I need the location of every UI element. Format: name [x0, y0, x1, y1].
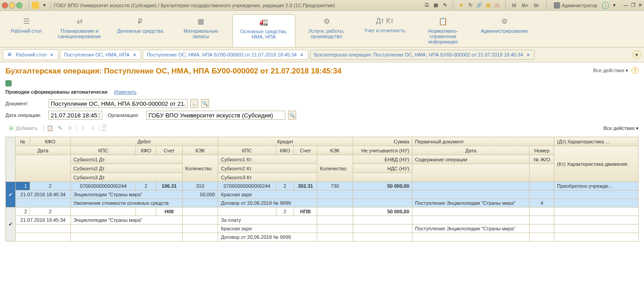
add-button[interactable]: ⊕Добавить — [5, 123, 41, 133]
nav-money[interactable]: ₽Денежные средства — [111, 14, 169, 47]
table-row[interactable]: ✔ 1 2 07060000000000244 2 106.31 310 070… — [6, 182, 639, 190]
truck-icon: 🚛 — [239, 17, 289, 26]
nav-services[interactable]: ⚙Услуги, работы, производство — [295, 14, 358, 47]
move-up-icon[interactable]: ⇧ — [79, 125, 87, 132]
title-bar: ▾ ГОБУ ВПО Университет искусств (Субсиди… — [0, 0, 644, 11]
plus-icon: ⊕ — [9, 125, 14, 132]
table-row[interactable]: Красная заря Поступление Энциклопедии "С… — [6, 225, 639, 233]
close-tab-icon[interactable]: × — [132, 52, 137, 57]
book-icon: 📋 — [418, 17, 468, 26]
table-row[interactable]: Договор от 20.06.2018 № 9999 — [6, 233, 639, 242]
chevron-down-icon: ▾ — [635, 52, 638, 58]
sliders-icon: ⚙ — [302, 17, 352, 26]
calendar-icon[interactable]: 31 — [494, 2, 501, 9]
close-tab-icon[interactable]: × — [526, 52, 530, 57]
move-down-icon[interactable]: ⇩ — [89, 125, 96, 132]
nav-fixed-assets[interactable]: 🚛Основные средства, НМА, НПА — [232, 14, 295, 47]
history-icon[interactable]: ↻ — [467, 2, 474, 9]
boxes-icon: ▦ — [176, 17, 226, 26]
date-input[interactable] — [48, 111, 102, 120]
close-tab-icon[interactable]: × — [49, 52, 54, 57]
ledger-icon: Дт Кт — [364, 17, 406, 25]
col-primary-doc[interactable]: Первичный документ — [412, 137, 554, 146]
org-label: Организация: — [108, 112, 144, 118]
status-text: Проводки сформированы автоматически — [5, 89, 107, 95]
nav-materials[interactable]: ▦Материальные запасы — [170, 14, 232, 47]
dropdown-icon[interactable]: ▾ — [41, 2, 48, 9]
minimize-window-button[interactable] — [9, 2, 15, 9]
toolbar-icon[interactable]: ▦ — [432, 2, 439, 9]
date-label: Дата операции: — [5, 112, 46, 118]
doc-input[interactable] — [48, 99, 188, 108]
help-icon[interactable]: ? — [631, 67, 639, 74]
lookup-button[interactable]: 🔍 — [201, 99, 209, 108]
m-minus-button[interactable]: M- — [532, 3, 542, 8]
lookup-button[interactable]: 🔍 — [288, 111, 296, 120]
col-num[interactable]: № — [16, 137, 30, 146]
minimize-icon[interactable]: — — [623, 2, 628, 8]
status-line: Проводки сформированы автоматически Изме… — [5, 89, 639, 95]
org-input[interactable] — [146, 111, 285, 120]
m-plus-button[interactable]: M+ — [520, 3, 530, 8]
mac-window-controls — [2, 2, 22, 9]
calculator-icon[interactable]: ▦ — [485, 2, 492, 9]
nav-accounting[interactable]: Дт КтУчет и отчетность — [358, 14, 412, 47]
nav-desktop[interactable]: ☰Рабочий стол — [4, 14, 48, 47]
table-row[interactable]: 21.07.2018 18:45:34 Энциклопедии "Страны… — [6, 216, 639, 225]
delete-icon[interactable]: ✕ — [66, 125, 74, 132]
page-title: Бухгалтерская операция: Поступление ОС, … — [5, 67, 639, 76]
close-tab-icon[interactable]: × — [299, 52, 304, 57]
schedule-icon: ⇄ — [54, 17, 105, 26]
close-window-button[interactable] — [2, 2, 8, 9]
main-navigation: ☰Рабочий стол ⇄Планирование и санкционир… — [0, 11, 644, 48]
content-area: Все действия ▾ ? Бухгалтерская операция:… — [0, 62, 644, 298]
col-debit[interactable]: Дебет — [70, 137, 218, 146]
col-credit[interactable]: Кредит — [218, 137, 353, 146]
tab-accounting-op[interactable]: Бухгалтерская операция: Поступление ОС, … — [310, 50, 535, 60]
status-icon — [5, 80, 12, 86]
tab-bar: 🖥 Рабочий стол × Поступления ОС, НМА, НП… — [0, 48, 644, 62]
all-actions-toolbar[interactable]: Все действия ▾ — [604, 125, 639, 131]
tab-menu-button[interactable]: ▾ — [632, 50, 641, 59]
link-icon[interactable]: 🔗 — [476, 2, 483, 9]
nav-admin[interactable]: ⚙Администрирование — [474, 14, 534, 47]
info-icon[interactable]: i — [602, 2, 609, 9]
copy-icon[interactable]: 📋 — [47, 125, 54, 132]
change-link[interactable]: Изменить — [114, 89, 137, 95]
gear-icon: ⚙ — [481, 17, 528, 26]
maximize-window-button[interactable] — [16, 2, 22, 9]
table-row[interactable]: 21.07.2018 18:45:34 Энциклопедии "Страны… — [6, 190, 639, 199]
col-sum[interactable]: Сумма — [353, 137, 412, 146]
tab-desktop[interactable]: 🖥 Рабочий стол × — [3, 49, 58, 60]
edit-icon[interactable]: ✎ — [57, 125, 64, 132]
dropdown-icon[interactable]: ▾ — [611, 2, 618, 9]
col-kfo[interactable]: КФО — [30, 137, 71, 146]
window-title: ГОБУ ВПО Университет искусств (Субсидия)… — [54, 3, 423, 8]
tab-receipts-list[interactable]: Поступления ОС, НМА, НПА × — [60, 50, 141, 60]
menu-icon: ☰ — [11, 17, 42, 26]
titlebar-toolbar: ☰ ▦ ✎ ★ ↻ 🔗 ▦ 31 M M+ M- Администратор i… — [423, 1, 642, 9]
nav-reference[interactable]: 📋Нормативно-справочная информация — [412, 14, 474, 47]
table-row[interactable]: ✔ 2 2 Н08 2 НПВ 50 000,00 — [6, 207, 639, 216]
grid-toolbar: ⊕Добавить 📋 ✎ ✕ ⇧ ⇩ Дт Кт Все действия ▾ — [5, 123, 639, 133]
nav-planning[interactable]: ⇄Планирование и санкционирование — [48, 14, 111, 47]
entries-grid[interactable]: № КФО Дебет Кредит Сумма Первичный докум… — [5, 137, 639, 242]
restore-icon[interactable]: ❐ — [631, 2, 635, 8]
toolbar-icon[interactable]: ✎ — [441, 2, 448, 9]
all-actions-top[interactable]: Все действия ▾ ? — [593, 67, 639, 74]
close-icon[interactable]: ✕ — [638, 2, 642, 8]
doc-label: Документ: — [5, 101, 46, 106]
m-button[interactable]: M — [510, 3, 518, 8]
tab-receipt-doc[interactable]: Поступление ОС, НМА, НПА БУ00-000002 от … — [143, 50, 308, 60]
desktop-icon: 🖥 — [7, 52, 13, 58]
app-logo-icon — [32, 2, 39, 9]
dtkt-icon[interactable]: Дт Кт — [102, 125, 110, 132]
toolbar-icon[interactable]: ☰ — [423, 2, 430, 9]
money-icon: ₽ — [117, 17, 163, 26]
col-dt-char[interactable]: (Дт) Характеристика ... — [554, 137, 639, 146]
user-icon — [554, 2, 560, 9]
user-label[interactable]: Администратор — [554, 2, 597, 9]
ellipsis-button[interactable]: … — [190, 99, 198, 108]
table-row[interactable]: Увеличение стоимости основных средств До… — [6, 199, 639, 207]
star-icon[interactable]: ★ — [458, 2, 465, 9]
